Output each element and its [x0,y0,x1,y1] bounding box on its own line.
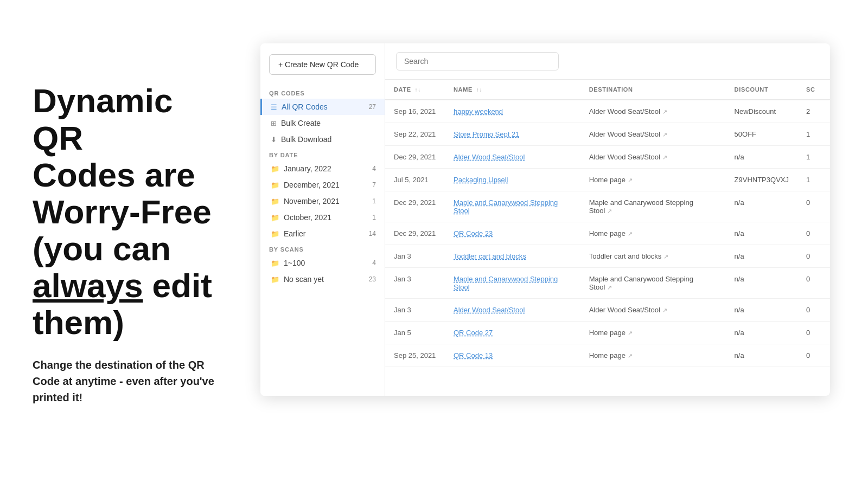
cell-name[interactable]: Maple and Canarywood Stepping Stool [445,191,580,222]
cell-date: Sep 22, 2021 [385,123,445,146]
qr-code-name-link[interactable]: Alder Wood Seat/Stool [454,306,525,314]
folder-icon-earlier: 📁 [271,230,279,238]
external-link-icon: ↗ [607,208,612,214]
cell-destination: Alder Wood Seat/Stool↗ [580,123,726,146]
cell-destination: Home page↗ [580,222,726,245]
cell-destination: Maple and Canarywood Stepping Stool↗ [580,191,726,222]
sidebar-item-bulk-download[interactable]: ⬇ Bulk Download [260,131,385,147]
external-link-icon: ↗ [662,108,667,115]
qr-code-name-link[interactable]: Maple and Canarywood Stepping Stool [454,275,558,291]
cell-name[interactable]: Packaging Upsell [445,169,580,191]
external-link-icon: ↗ [628,330,633,336]
cell-date: Sep 25, 2021 [385,344,445,367]
qr-code-name-link[interactable]: Store Promo Sept 21 [454,130,519,138]
marketing-subtitle: Change the destination of the QR Code at… [33,357,228,406]
col-header-discount: DISCOUNT [726,80,797,100]
table-row: Dec 29, 2021 Maple and Canarywood Steppi… [385,191,830,222]
sidebar-item-january-2022[interactable]: 📁 January, 2022 4 [260,160,385,177]
external-link-icon: ↗ [662,154,667,160]
cell-discount: n/a [726,344,797,367]
date-item-count: 7 [372,181,376,189]
marketing-underline-word: always [33,267,143,304]
sort-icon-date: ↑↓ [414,87,420,93]
cell-name[interactable]: Alder Wood Seat/Stool [445,299,580,322]
sidebar-item-1-100[interactable]: 📁 1~100 4 [260,255,385,271]
sidebar-item-december-2021[interactable]: 📁 December, 2021 7 [260,177,385,193]
cell-date: Dec 29, 2021 [385,222,445,245]
marketing-title: Dynamic QR Codes are Worry-Free (you can… [33,82,228,341]
cell-date: Jan 5 [385,322,445,344]
cell-discount: n/a [726,146,797,169]
cell-date: Jul 5, 2021 [385,169,445,191]
sidebar-item-october-2021[interactable]: 📁 October, 2021 1 [260,209,385,226]
qr-code-name-link[interactable]: Toddler cart and blocks [454,252,526,260]
col-header-name[interactable]: NAME ↑↓ [445,80,580,100]
qr-code-name-link[interactable]: QR Code 23 [454,229,493,237]
cell-name[interactable]: QR Code 13 [445,344,580,367]
table-row: Jan 3 Alder Wood Seat/Stool Alder Wood S… [385,299,830,322]
cell-discount: n/a [726,222,797,245]
qr-codes-section-label: QR CODES [260,86,385,99]
qr-code-name-link[interactable]: QR Code 27 [454,329,493,337]
date-item-count: 1 [372,197,376,205]
date-item-label: December, 2021 [284,181,340,189]
cell-destination: Alder Wood Seat/Stool↗ [580,146,726,169]
qr-code-name-link[interactable]: QR Code 13 [454,351,493,359]
cell-name[interactable]: Alder Wood Seat/Stool [445,146,580,169]
table-row: Dec 29, 2021 QR Code 23 Home page↗ n/a 0 [385,222,830,245]
cell-date: Dec 29, 2021 [385,146,445,169]
cell-destination: Home page↗ [580,344,726,367]
cell-discount: n/a [726,299,797,322]
cell-name[interactable]: QR Code 23 [445,222,580,245]
search-input[interactable] [396,52,559,70]
qr-code-name-link[interactable]: Alder Wood Seat/Stool [454,153,525,161]
cell-date: Jan 3 [385,299,445,322]
folder-icon-oct: 📁 [271,214,279,222]
date-item-label: October, 2021 [284,213,331,222]
bulk-create-icon: ⊞ [271,119,277,127]
sidebar-item-november-2021[interactable]: 📁 November, 2021 1 [260,193,385,209]
cell-scans: 0 [797,191,830,222]
all-qr-codes-label: All QR Codes [282,102,328,111]
col-header-scans: SC [797,80,830,100]
sidebar-item-earlier[interactable]: 📁 Earlier 14 [260,226,385,242]
date-item-label: Earlier [284,229,305,238]
table-row: Jan 3 Maple and Canarywood Stepping Stoo… [385,268,830,299]
list-icon: ☰ [271,103,277,111]
qr-code-name-link[interactable]: Maple and Canarywood Stepping Stool [454,198,558,215]
external-link-icon: ↗ [662,131,667,138]
external-link-icon: ↗ [662,307,667,313]
folder-icon-jan: 📁 [271,165,279,173]
external-link-icon: ↗ [628,352,633,359]
cell-destination: Alder Wood Seat/Stool↗ [580,100,726,123]
cell-name[interactable]: QR Code 27 [445,322,580,344]
qr-code-name-link[interactable]: Packaging Upsell [454,176,508,184]
sidebar-item-bulk-create[interactable]: ⊞ Bulk Create [260,115,385,131]
cell-name[interactable]: Maple and Canarywood Stepping Stool [445,268,580,299]
bulk-download-icon: ⬇ [271,136,277,144]
external-link-icon: ↗ [628,230,633,237]
cell-date: Jan 3 [385,268,445,299]
cell-date: Jan 3 [385,245,445,268]
sort-icon-name: ↑↓ [476,87,482,93]
qr-code-name-link[interactable]: happy weekend [454,107,503,115]
table-row: Jul 5, 2021 Packaging Upsell Home page↗ … [385,169,830,191]
col-header-date[interactable]: DATE ↑↓ [385,80,445,100]
table-container[interactable]: DATE ↑↓ NAME ↑↓ DESTINATION DISCOUNT SC … [385,80,830,396]
cell-name[interactable]: happy weekend [445,100,580,123]
table-row: Sep 16, 2021 happy weekend Alder Wood Se… [385,100,830,123]
sidebar-item-all-qr-codes[interactable]: ☰ All QR Codes 27 [260,99,385,115]
qr-codes-table: DATE ↑↓ NAME ↑↓ DESTINATION DISCOUNT SC … [385,80,830,367]
app-panel: + Create New QR Code QR CODES ☰ All QR C… [260,43,830,396]
scan-item-label: 1~100 [284,259,305,267]
cell-name[interactable]: Store Promo Sept 21 [445,123,580,146]
cell-destination: Home page↗ [580,169,726,191]
folder-icon-scans: 📁 [271,259,279,267]
create-qr-code-button[interactable]: + Create New QR Code [269,54,376,75]
cell-scans: 0 [797,344,830,367]
cell-name[interactable]: Toddler cart and blocks [445,245,580,268]
main-content: DATE ↑↓ NAME ↑↓ DESTINATION DISCOUNT SC … [385,43,830,396]
sidebar-item-no-scan[interactable]: 📁 No scan yet 23 [260,271,385,287]
by-date-section-label: BY DATE [260,147,385,160]
all-qr-codes-count: 27 [369,103,376,111]
